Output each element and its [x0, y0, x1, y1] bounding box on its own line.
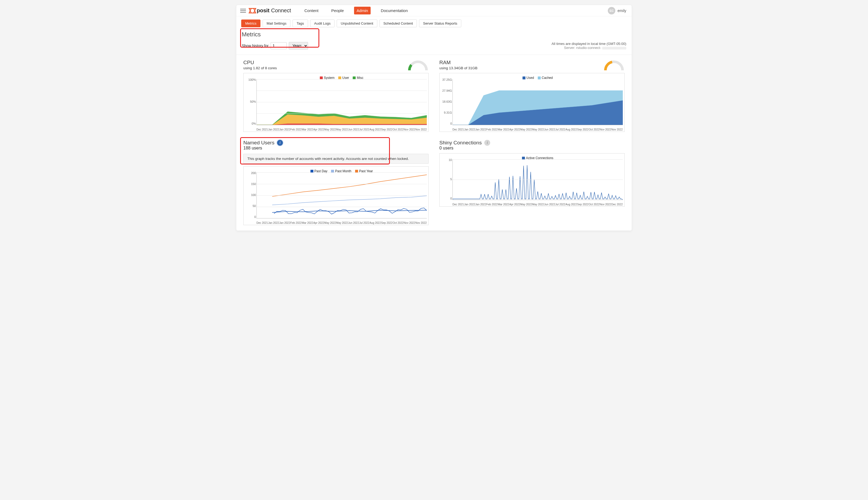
shiny-title: Shiny Connections: [439, 140, 482, 146]
nav-people[interactable]: People: [329, 7, 346, 14]
page-title: Metrics: [236, 27, 632, 38]
cpu-card: CPU using 1.82 of 8 cores SystemUserMisc…: [243, 60, 429, 132]
tab-tags[interactable]: Tags: [293, 20, 308, 27]
tab-audit-logs[interactable]: Audit Logs: [310, 20, 334, 27]
ram-sub: using 13.34GB of 31GB: [439, 66, 603, 70]
named-users-title: Named Users: [243, 140, 274, 146]
ram-chart: UsedCached 37.25G27.94G18.63G9.31G0 Dec …: [439, 73, 625, 132]
shiny-card: Shiny Connections i 0 users Active Conne…: [439, 140, 625, 225]
info-icon[interactable]: i: [277, 140, 283, 146]
named-users-sub: 188 users: [243, 146, 429, 150]
ram-gauge: [603, 60, 625, 70]
app-frame: posit Connect ContentPeopleAdminDocument…: [236, 5, 632, 231]
nav-admin[interactable]: Admin: [354, 7, 371, 14]
info-icon[interactable]: i: [484, 140, 490, 146]
named-users-chart: Past DayPast MonthPast Year 200150100500…: [243, 166, 429, 225]
timezone-block: All times are displayed in local time (G…: [551, 42, 626, 50]
named-users-x-axis: Dec 2021Jan 2022Jan 2022Feb 2022Mar 2022…: [256, 221, 427, 224]
server-label: Server: rstudio-connect-: [564, 46, 601, 50]
user-block[interactable]: EC emily: [608, 7, 626, 14]
charts-grid: CPU using 1.82 of 8 cores SystemUserMisc…: [236, 55, 632, 225]
ram-x-axis: Dec 2021Jan 2022Jan 2022Feb 2022Mar 2022…: [453, 128, 623, 131]
cpu-sub: using 1.82 of 8 cores: [243, 66, 407, 70]
tab-mail-settings[interactable]: Mail Settings: [263, 20, 290, 27]
user-name: emily: [617, 9, 626, 13]
named-users-card: Named Users i 188 users This graph track…: [243, 140, 429, 225]
topbar: posit Connect ContentPeopleAdminDocument…: [236, 5, 632, 16]
brand-logo-icon: [250, 8, 255, 13]
brand[interactable]: posit Connect: [250, 8, 291, 14]
shiny-y-axis: 1050: [441, 158, 452, 200]
cpu-plot: [256, 79, 427, 125]
ram-title: RAM: [439, 60, 603, 66]
server-name-redacted: [602, 47, 626, 49]
nav-content[interactable]: Content: [301, 7, 321, 14]
cpu-y-axis: 100%50%0%: [245, 78, 256, 125]
nav-documentation[interactable]: Documentation: [378, 7, 410, 14]
history-unit-select[interactable]: HoursDaysMonthsYears: [289, 42, 308, 49]
shiny-plot: [453, 159, 623, 200]
tab-unpublished-content[interactable]: Unpublished Content: [337, 20, 377, 27]
brand-name-1: posit: [257, 8, 270, 14]
ram-y-axis: 37.25G27.94G18.63G9.31G0: [441, 78, 452, 125]
brand-name-2: Connect: [271, 8, 291, 14]
admin-tabs: MetricsMail SettingsTagsAudit LogsUnpubl…: [236, 16, 632, 27]
named-users-tooltip: This graph tracks the number of accounts…: [243, 154, 429, 164]
shiny-x-axis: Dec 2021Jan 2022Jan 2022Feb 2022Mar 2022…: [453, 203, 623, 206]
named-users-y-axis: 200150100500: [245, 171, 256, 218]
ram-plot: [453, 79, 623, 125]
history-label: Show history for: [242, 44, 269, 48]
named-users-plot: [256, 172, 427, 218]
cpu-gauge: [407, 60, 429, 70]
cpu-x-axis: Dec 2021Jan 2022Jan 2022Feb 2022Mar 2022…: [256, 128, 427, 131]
history-row: Show history for HoursDaysMonthsYears Al…: [236, 38, 632, 55]
shiny-chart: Active Connections 1050 Dec 2021Jan 2022…: [439, 153, 625, 207]
ram-card: RAM using 13.34GB of 31GB UsedCached 37.…: [439, 60, 625, 132]
cpu-chart: SystemUserMisc 100%50%0% Dec 2021Jan 202…: [243, 73, 429, 132]
tab-metrics[interactable]: Metrics: [241, 20, 261, 27]
shiny-sub: 0 users: [439, 146, 625, 150]
timezone-line: All times are displayed in local time (G…: [551, 42, 626, 46]
tab-server-status-reports[interactable]: Server Status Reports: [419, 20, 461, 27]
avatar: EC: [608, 7, 615, 14]
top-nav: ContentPeopleAdminDocumentation: [301, 7, 410, 14]
tab-scheduled-content[interactable]: Scheduled Content: [379, 20, 417, 27]
history-value-input[interactable]: [271, 42, 287, 49]
cpu-title: CPU: [243, 60, 407, 66]
menu-icon[interactable]: [240, 8, 246, 14]
